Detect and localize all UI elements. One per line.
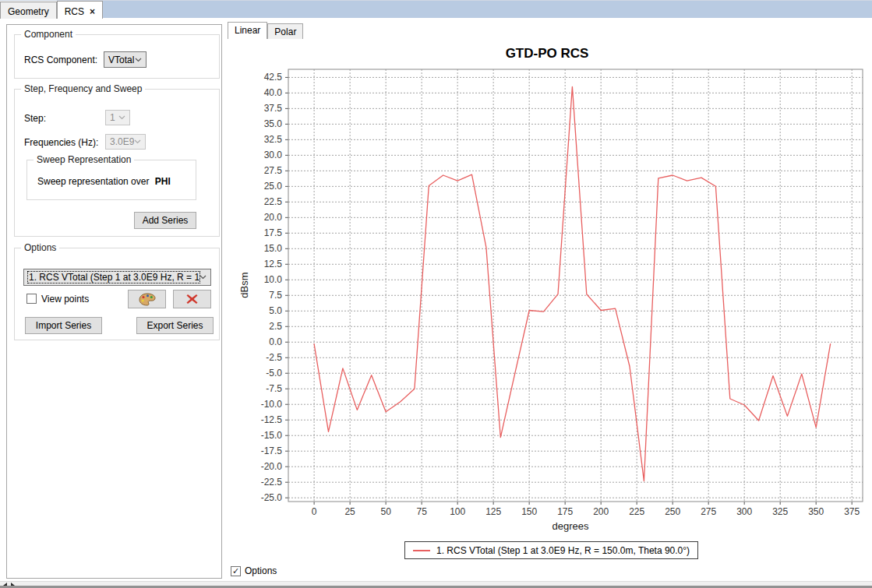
svg-text:175: 175 xyxy=(557,506,573,517)
delete-series-button[interactable] xyxy=(173,290,211,308)
sweep-representation-prefix: Sweep representation over xyxy=(37,176,149,187)
svg-text:125: 125 xyxy=(485,506,501,517)
svg-text:dBsm: dBsm xyxy=(238,272,250,298)
legend-label: 1. RCS VTotal (Step 1 at 3.0E9 Hz, R = 1… xyxy=(436,545,690,556)
svg-text:200: 200 xyxy=(593,506,609,517)
svg-text:-12.5: -12.5 xyxy=(261,414,283,425)
svg-text:100: 100 xyxy=(450,506,465,517)
document-tabbar: Geometry RCS × xyxy=(0,1,872,19)
component-group-title: Component xyxy=(21,29,76,40)
svg-text:-22.5: -22.5 xyxy=(261,477,283,488)
chart-view-tabs: Linear Polar xyxy=(228,22,303,39)
view-points-checkbox[interactable] xyxy=(26,294,37,304)
series-select[interactable]: 1. RCS VTotal (Step 1 at 3.0E9 Hz, R = 1… xyxy=(23,269,211,286)
svg-text:0.0: 0.0 xyxy=(269,336,282,347)
chevron-down-icon xyxy=(135,58,142,62)
options-checkbox-label: Options xyxy=(245,565,277,576)
svg-text:GTD-PO RCS: GTD-PO RCS xyxy=(506,46,589,61)
delete-x-icon xyxy=(186,294,198,305)
svg-text:375: 375 xyxy=(844,506,860,517)
tab-polar[interactable]: Polar xyxy=(267,23,303,39)
svg-text:-5.0: -5.0 xyxy=(266,368,282,379)
svg-text:-7.5: -7.5 xyxy=(266,383,282,394)
tab-linear-label: Linear xyxy=(235,25,260,36)
sweep-representation-group: Sweep Representation Sweep representatio… xyxy=(26,160,196,200)
chevron-down-icon xyxy=(134,139,141,144)
svg-text:32.5: 32.5 xyxy=(264,134,283,145)
options-group: Options 1. RCS VTotal (Step 1 at 3.0E9 H… xyxy=(14,248,220,340)
sweep-representation-text: Sweep representation over PHI xyxy=(37,176,171,187)
rcs-control-panel: Component RCS Component: VTotal Step, Fr… xyxy=(6,24,222,579)
svg-text:-10.0: -10.0 xyxy=(261,399,283,410)
close-icon[interactable]: × xyxy=(90,8,95,16)
rcs-component-label: RCS Component: xyxy=(24,55,97,65)
tab-polar-label: Polar xyxy=(274,26,296,37)
export-series-label: Export Series xyxy=(147,320,203,331)
svg-text:7.5: 7.5 xyxy=(269,290,282,301)
tab-rcs-label: RCS xyxy=(65,6,84,17)
options-group-title: Options xyxy=(21,242,59,253)
svg-text:10.0: 10.0 xyxy=(264,274,283,285)
svg-text:300: 300 xyxy=(736,506,752,517)
svg-text:325: 325 xyxy=(772,506,788,517)
svg-text:75: 75 xyxy=(416,506,427,517)
svg-text:22.5: 22.5 xyxy=(264,196,283,207)
export-series-button[interactable]: Export Series xyxy=(136,317,214,334)
svg-text:42.5: 42.5 xyxy=(264,72,283,83)
svg-text:30.0: 30.0 xyxy=(264,150,283,160)
frequencies-select[interactable]: 3.0E9 xyxy=(105,134,146,150)
add-series-button[interactable]: Add Series xyxy=(134,212,196,229)
rcs-component-value: VTotal xyxy=(108,55,134,65)
svg-text:-20.0: -20.0 xyxy=(261,461,283,472)
component-group: Component RCS Component: VTotal xyxy=(14,34,220,79)
svg-text:150: 150 xyxy=(521,506,537,517)
svg-text:350: 350 xyxy=(808,506,824,517)
application-window: Geometry RCS × Component RCS Component: … xyxy=(0,0,872,588)
svg-text:0: 0 xyxy=(312,506,317,517)
options-checkbox[interactable]: ✓ xyxy=(231,566,241,576)
sweep-variable: PHI xyxy=(155,176,171,187)
tab-geometry[interactable]: Geometry xyxy=(0,2,57,19)
svg-text:-15.0: -15.0 xyxy=(261,430,283,441)
series-color-button[interactable] xyxy=(128,290,166,308)
sweep-representation-title: Sweep Representation xyxy=(34,154,134,165)
svg-text:-25.0: -25.0 xyxy=(261,492,283,503)
svg-text:15.0: 15.0 xyxy=(264,243,283,254)
add-series-label: Add Series xyxy=(143,215,189,226)
tab-linear[interactable]: Linear xyxy=(228,22,267,39)
step-frequency-sweep-group: Step, Frequency and Sweep Step: 1 Freque… xyxy=(14,89,220,237)
svg-text:2.5: 2.5 xyxy=(269,321,282,332)
svg-text:40.0: 40.0 xyxy=(264,87,283,98)
svg-text:-17.5: -17.5 xyxy=(261,445,283,456)
chevron-down-icon xyxy=(199,275,207,280)
chevron-down-icon xyxy=(118,115,125,120)
series-select-value: 1. RCS VTotal (Step 1 at 3.0E9 Hz, R = 1… xyxy=(28,272,199,283)
step-select[interactable]: 1 xyxy=(105,110,130,125)
rcs-component-select[interactable]: VTotal xyxy=(104,51,147,68)
svg-text:20.0: 20.0 xyxy=(264,212,283,223)
svg-text:12.5: 12.5 xyxy=(264,259,283,269)
svg-text:37.5: 37.5 xyxy=(264,103,283,114)
import-series-button[interactable]: Import Series xyxy=(25,317,102,334)
tabbar-background xyxy=(103,1,872,18)
frequencies-value: 3.0E9 xyxy=(110,136,134,147)
svg-text:17.5: 17.5 xyxy=(264,227,283,238)
step-value: 1 xyxy=(110,112,115,123)
chart-legend: 1. RCS VTotal (Step 1 at 3.0E9 Hz, R = 1… xyxy=(404,541,698,559)
import-series-label: Import Series xyxy=(36,320,91,331)
view-points-label: View points xyxy=(41,294,89,305)
frequencies-label: Frequencies (Hz): xyxy=(24,137,98,148)
svg-text:5.0: 5.0 xyxy=(269,305,282,316)
svg-text:225: 225 xyxy=(629,506,644,517)
step-label: Step: xyxy=(24,113,46,124)
svg-text:27.5: 27.5 xyxy=(264,165,283,176)
svg-text:25.0: 25.0 xyxy=(264,181,283,192)
step-frequency-sweep-title: Step, Frequency and Sweep xyxy=(21,83,145,94)
tab-rcs[interactable]: RCS × xyxy=(57,1,103,19)
svg-text:25: 25 xyxy=(344,506,355,517)
svg-text:50: 50 xyxy=(380,506,391,517)
svg-text:35.0: 35.0 xyxy=(264,118,283,129)
chart-options-toggle-row: ✓ Options xyxy=(231,565,277,576)
svg-text:275: 275 xyxy=(701,506,716,517)
rcs-chart: 0255075100125150175200225250275300325350… xyxy=(228,38,871,540)
